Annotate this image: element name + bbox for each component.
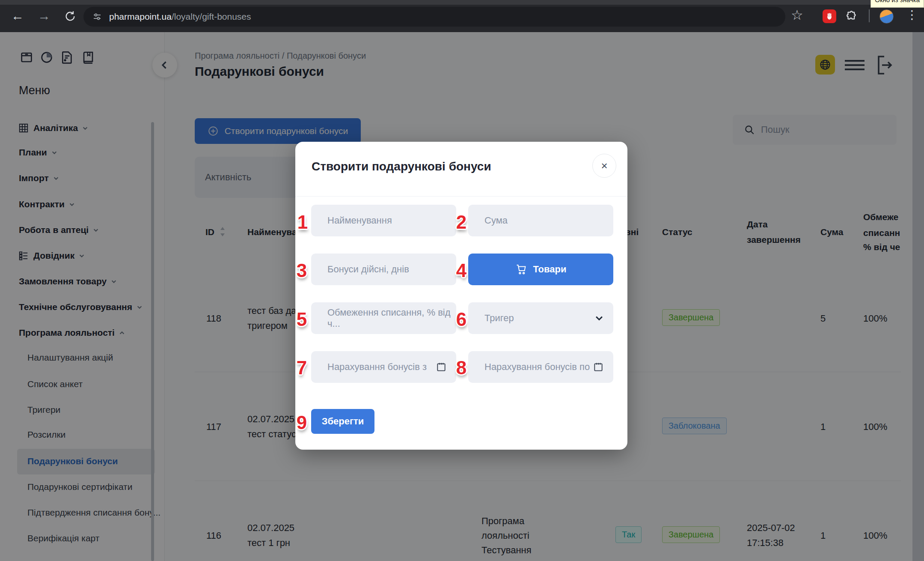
reload-icon[interactable]	[64, 10, 76, 22]
products-button[interactable]: Товари	[468, 254, 613, 285]
extensions-puzzle-icon[interactable]	[846, 10, 858, 22]
accrual-to-date-field[interactable]: Нарахування бонусів по	[468, 351, 613, 383]
modal-divider	[295, 196, 627, 197]
modal-close-button[interactable]: ×	[592, 154, 616, 178]
cart-icon	[515, 263, 527, 275]
trigger-select[interactable]: Тригер	[468, 302, 613, 334]
annotation-marker-3: 3	[297, 260, 307, 281]
calendar-icon	[436, 361, 447, 373]
browser-toolbar: ← → pharmapoint.ua/loyalty/gift-bonuses …	[0, 0, 924, 32]
modal-title: Створити подарункові бонуси	[312, 160, 491, 173]
sum-field[interactable]: Сума	[468, 205, 613, 236]
annotation-marker-7: 7	[297, 357, 307, 379]
site-info-icon[interactable]	[92, 12, 102, 22]
accrual-from-date-field[interactable]: Нарахування бонусів з	[311, 351, 456, 383]
writeoff-limit-field[interactable]: Обмеження списання, % від ч...	[311, 302, 456, 334]
create-gift-bonuses-modal: Створити подарункові бонуси × Найменуван…	[295, 142, 627, 450]
screenshot-stage: ← → pharmapoint.ua/loyalty/gift-bonuses …	[0, 0, 924, 561]
annotation-marker-5: 5	[297, 309, 307, 330]
profile-avatar[interactable]	[879, 9, 894, 24]
annotation-marker-9: 9	[297, 412, 307, 433]
adblock-icon[interactable]	[823, 9, 836, 23]
name-field[interactable]: Найменування	[311, 205, 456, 236]
back-icon[interactable]: ←	[11, 9, 24, 22]
toolbar-divider	[869, 9, 870, 22]
bookmark-star-icon[interactable]: ☆	[791, 9, 803, 21]
calendar-icon	[593, 361, 604, 373]
close-icon: ×	[601, 159, 607, 173]
extension-tooltip: Окно из значка	[871, 0, 924, 8]
annotation-marker-6: 6	[456, 309, 466, 330]
forward-icon[interactable]: →	[38, 9, 51, 22]
annotation-marker-8: 8	[456, 357, 466, 379]
annotation-marker-2: 2	[456, 212, 466, 233]
tab-strip	[0, 0, 924, 5]
url-path: /loyalty/gift-bonuses	[172, 12, 251, 22]
browser-menu-icon[interactable]: ⋮	[906, 9, 918, 21]
save-button[interactable]: Зберегти	[311, 409, 374, 434]
annotation-marker-1: 1	[297, 212, 308, 233]
bonus-days-field[interactable]: Бонуси дійсні, днів	[311, 254, 456, 285]
address-bar[interactable]: pharmapoint.ua/loyalty/gift-bonuses	[83, 7, 785, 27]
url-host: pharmapoint.ua	[109, 12, 172, 22]
chevron-down-icon	[594, 313, 604, 323]
annotation-marker-4: 4	[456, 260, 466, 281]
